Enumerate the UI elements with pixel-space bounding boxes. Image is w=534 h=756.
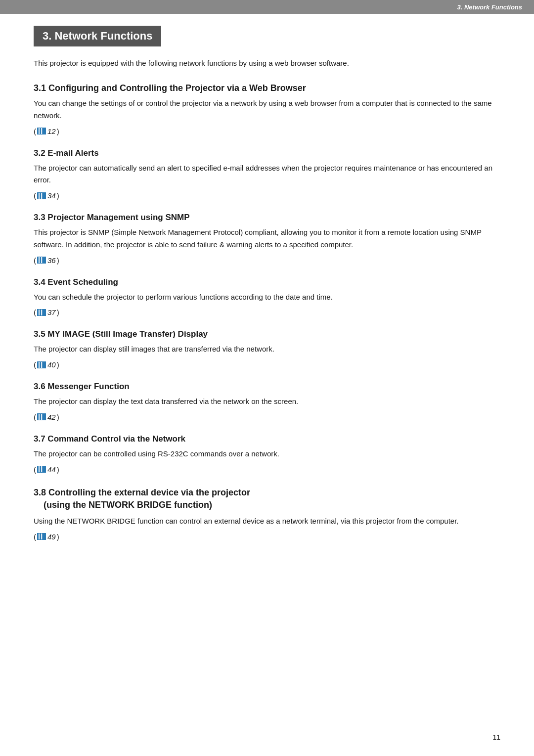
section-3-1-heading: 3.1 Configuring and Controlling the Proj… xyxy=(34,83,500,93)
section-3-7-heading: 3.7 Command Control via the Network xyxy=(34,434,500,444)
section-3-5-page: 40 xyxy=(47,360,56,369)
section-3-7: 3.7 Command Control via the Network The … xyxy=(34,434,500,474)
chapter-title-box: 3. Network Functions xyxy=(34,26,161,46)
book-icon-3-7 xyxy=(37,466,46,473)
page-wrapper: 3. Network Functions 3. Network Function… xyxy=(0,0,534,756)
chapter-title: 3. Network Functions xyxy=(43,30,152,43)
section-3-7-page: 44 xyxy=(47,465,56,474)
book-icon-3-2 xyxy=(37,192,46,199)
section-3-5: 3.5 MY IMAGE (Still Image Transfer) Disp… xyxy=(34,329,500,369)
section-3-8: 3.8 Controlling the external device via … xyxy=(34,487,500,541)
section-3-1: 3.1 Configuring and Controlling the Proj… xyxy=(34,83,500,135)
header-section-label: 3. Network Functions xyxy=(457,3,522,11)
book-icon-3-1 xyxy=(37,128,46,134)
book-icon-3-4 xyxy=(37,309,46,316)
section-3-6-page: 42 xyxy=(47,413,56,421)
section-3-6-heading: 3.6 Messenger Function xyxy=(34,382,500,392)
content-area: 3. Network Functions This projector is e… xyxy=(0,14,534,583)
section-3-7-ref: (44) xyxy=(34,465,59,474)
section-3-6-ref: (42) xyxy=(34,413,59,421)
section-3-1-body: You can change the settings of or contro… xyxy=(34,97,500,122)
section-3-5-heading: 3.5 MY IMAGE (Still Image Transfer) Disp… xyxy=(34,329,500,339)
section-3-3: 3.3 Projector Management using SNMP This… xyxy=(34,213,500,265)
book-icon-3-6 xyxy=(37,413,46,420)
page-number: 11 xyxy=(492,733,500,741)
section-3-4-body: You can schedule the projector to perfor… xyxy=(34,291,500,304)
section-3-1-ref: (12) xyxy=(34,127,59,135)
book-icon-3-3 xyxy=(37,257,46,264)
section-3-3-ref: (36) xyxy=(34,256,59,265)
section-3-6-body: The projector can display the text data … xyxy=(34,396,500,408)
section-3-4-heading: 3.4 Event Scheduling xyxy=(34,277,500,287)
section-3-2-page: 34 xyxy=(47,191,56,200)
section-3-4-ref: (37) xyxy=(34,308,59,316)
section-3-6: 3.6 Messenger Function The projector can… xyxy=(34,382,500,421)
section-3-8-ref: (49) xyxy=(34,533,59,541)
section-3-4-page: 37 xyxy=(47,308,56,316)
header-bar: 3. Network Functions xyxy=(0,0,534,14)
section-3-2-heading: 3.2 E-mail Alerts xyxy=(34,148,500,158)
section-3-3-page: 36 xyxy=(47,256,56,265)
section-3-8-page: 49 xyxy=(47,533,56,541)
section-3-7-body: The projector can be controlled using RS… xyxy=(34,448,500,460)
section-3-5-ref: (40) xyxy=(34,360,59,369)
section-3-3-heading: 3.3 Projector Management using SNMP xyxy=(34,213,500,222)
section-3-8-body: Using the NETWORK BRIDGE function can co… xyxy=(34,515,500,528)
section-3-2: 3.2 E-mail Alerts The projector can auto… xyxy=(34,148,500,200)
section-3-4: 3.4 Event Scheduling You can schedule th… xyxy=(34,277,500,317)
section-3-2-ref: (34) xyxy=(34,191,59,200)
section-3-3-body: This projector is SNMP (Simple Network M… xyxy=(34,226,500,251)
section-3-8-heading: 3.8 Controlling the external device via … xyxy=(34,487,500,511)
section-3-2-body: The projector can automatically send an … xyxy=(34,162,500,187)
book-icon-3-8 xyxy=(37,533,46,540)
section-3-5-body: The projector can display still images t… xyxy=(34,343,500,356)
intro-paragraph: This projector is equipped with the foll… xyxy=(34,57,500,69)
book-icon-3-5 xyxy=(37,361,46,368)
section-3-1-page: 12 xyxy=(47,127,56,135)
